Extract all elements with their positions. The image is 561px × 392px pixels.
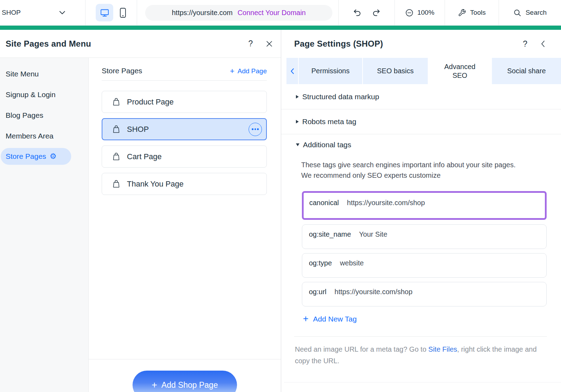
page-card-label: SHOP xyxy=(127,125,149,134)
tab-social-share[interactable]: Social share xyxy=(492,58,561,84)
tag-name: og:type xyxy=(309,259,332,277)
more-icon xyxy=(252,128,254,130)
sidebar-item-label: Site Menu xyxy=(6,70,39,78)
plus-icon: + xyxy=(230,67,235,75)
plus-icon: + xyxy=(152,380,157,390)
site-files-link[interactable]: Site Files xyxy=(428,345,457,353)
undo-button[interactable] xyxy=(352,8,361,17)
help-button[interactable]: ? xyxy=(523,40,527,48)
add-new-tag-button[interactable]: + Add New Tag xyxy=(303,314,357,324)
sidebar-item-label: Members Area xyxy=(6,132,54,140)
help-button[interactable]: ? xyxy=(248,40,253,48)
sidebar-item-signup-login[interactable]: Signup & Login xyxy=(0,84,88,105)
brand-accent-bar xyxy=(0,26,561,30)
page-settings-panel: Page Settings (SHOP) ? Permission xyxy=(281,30,561,392)
gear-icon[interactable]: ⚙ xyxy=(50,153,57,160)
store-pages-list: Store Pages + Add Page Product Page xyxy=(89,58,281,392)
sidebar-item-site-menu[interactable]: Site Menu xyxy=(0,63,88,84)
pages-sidebar: Site Menu Signup & Login Blog Pages Memb… xyxy=(0,58,89,392)
mobile-view-button[interactable] xyxy=(119,7,127,18)
tag-name: og:url xyxy=(309,288,326,306)
tools-label: Tools xyxy=(470,9,486,16)
tab-seo-basics[interactable]: SEO basics xyxy=(363,58,428,84)
collapse-panel-button[interactable] xyxy=(541,40,545,47)
current-page-name: SHOP xyxy=(2,9,21,16)
shopping-bag-icon xyxy=(111,97,121,107)
sidebar-item-label: Signup & Login xyxy=(6,90,55,99)
close-icon xyxy=(266,41,272,47)
site-url-section: https://yoursite.com Connect Your Domain xyxy=(137,0,338,25)
accordion-label: Structured data markup xyxy=(302,93,379,101)
tag-name: og:site_name xyxy=(309,230,351,249)
main-area: Site Pages and Menu ? Site Menu Signup &… xyxy=(0,30,561,392)
close-panel-button[interactable] xyxy=(266,41,272,47)
image-url-hint: Need an image URL for a meta tag? Go to … xyxy=(295,344,545,367)
divider xyxy=(102,80,267,81)
settings-tabbar: Permissions SEO basics Advanced SEO Soci… xyxy=(286,58,561,84)
tabs-scroll-left-button[interactable] xyxy=(286,58,298,84)
phone-icon xyxy=(119,7,127,18)
zoom-control[interactable]: 100% xyxy=(394,0,445,25)
search-button[interactable]: Search xyxy=(499,0,561,25)
search-label: Search xyxy=(526,9,547,16)
desktop-view-button[interactable] xyxy=(96,4,113,21)
editor-topbar: SHOP https://yoursite.com Connect Your D… xyxy=(0,0,561,26)
divider xyxy=(294,336,547,337)
page-card-label: Product Page xyxy=(127,97,174,107)
device-view-toggle xyxy=(85,0,137,25)
tag-row-og-type[interactable]: og:type website xyxy=(302,253,547,278)
page-card-thank-you-page[interactable]: Thank You Page xyxy=(102,173,267,195)
shopping-bag-icon xyxy=(111,152,121,161)
accordion-label: Additional tags xyxy=(303,141,351,149)
tools-button[interactable]: Tools xyxy=(445,0,499,25)
caret-down-icon xyxy=(296,143,299,146)
add-new-tag-label: Add New Tag xyxy=(313,315,357,323)
add-page-button[interactable]: + Add Page xyxy=(230,67,267,75)
page-card-product-page[interactable]: Product Page xyxy=(102,91,267,113)
monitor-icon xyxy=(100,8,109,18)
panel-title: Page Settings (SHOP) xyxy=(294,39,383,49)
site-url-text: https://yoursite.com xyxy=(172,9,232,17)
plus-icon: + xyxy=(303,314,309,324)
panel-title: Site Pages and Menu xyxy=(6,39,91,49)
history-controls xyxy=(338,0,394,25)
caret-right-icon xyxy=(296,95,299,99)
add-shop-page-label: Add Shop Page xyxy=(161,380,218,390)
zoom-level: 100% xyxy=(417,9,434,16)
accordion-robots-meta-tag[interactable]: Robots meta tag xyxy=(281,109,561,134)
tag-row-og-site-name[interactable]: og:site_name Your Site xyxy=(302,224,547,249)
tab-advanced-seo[interactable]: Advanced SEO xyxy=(428,58,491,84)
redo-button[interactable] xyxy=(372,8,381,17)
redo-icon xyxy=(372,8,381,17)
additional-tags-description: These tags give search engines important… xyxy=(301,160,522,181)
divider xyxy=(284,382,561,383)
tag-row-canonical[interactable]: canonical https://yoursite.com/shop xyxy=(302,191,547,220)
accordion-label: Robots meta tag xyxy=(302,117,356,126)
tag-value: Your Site xyxy=(359,230,387,249)
sidebar-item-members-area[interactable]: Members Area xyxy=(0,126,88,146)
site-url-bar[interactable]: https://yoursite.com Connect Your Domain xyxy=(145,5,332,21)
shopping-bag-icon xyxy=(111,179,121,189)
hint-text: Need an image URL for a meta tag? Go to xyxy=(295,345,428,353)
more-options-button[interactable] xyxy=(249,123,262,136)
page-card-shop[interactable]: SHOP xyxy=(102,118,267,140)
site-pages-panel-body: Site Menu Signup & Login Blog Pages Memb… xyxy=(0,58,281,392)
meta-tags-list: canonical https://yoursite.com/shop og:s… xyxy=(302,191,547,306)
sidebar-item-blog-pages[interactable]: Blog Pages xyxy=(0,105,88,126)
tab-label: SEO basics xyxy=(377,67,413,75)
page-selector-dropdown[interactable]: SHOP xyxy=(0,0,85,25)
page-settings-header: Page Settings (SHOP) ? xyxy=(281,30,561,58)
accordion-additional-tags[interactable]: Additional tags xyxy=(281,134,561,155)
chevron-left-icon xyxy=(541,40,545,47)
chevron-down-icon xyxy=(59,11,65,15)
tag-row-og-url[interactable]: og:url https://yoursite.com/shop xyxy=(302,282,547,306)
accordion-structured-data-markup[interactable]: Structured data markup xyxy=(281,84,561,109)
caret-right-icon xyxy=(296,120,299,123)
sidebar-item-store-pages[interactable]: Store Pages ⚙ xyxy=(1,148,71,165)
tag-value: https://yoursite.com/shop xyxy=(347,199,425,218)
connect-domain-link[interactable]: Connect Your Domain xyxy=(237,9,306,17)
help-icon: ? xyxy=(248,39,253,48)
add-shop-page-button[interactable]: + Add Shop Page xyxy=(133,371,237,392)
tab-permissions[interactable]: Permissions xyxy=(299,58,362,84)
page-card-cart-page[interactable]: Cart Page xyxy=(102,146,267,168)
